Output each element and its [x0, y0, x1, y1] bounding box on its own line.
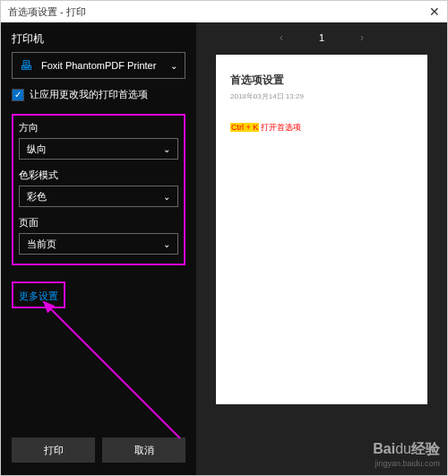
action-buttons: 打印 取消 — [12, 437, 185, 466]
page-select[interactable]: 当前页 ⌄ — [19, 233, 178, 255]
close-icon[interactable]: ✕ — [429, 4, 440, 19]
orientation-value: 纵向 — [27, 143, 47, 156]
watermark-text: Bai — [373, 441, 395, 456]
orientation-group: 方向 纵向 ⌄ — [19, 121, 178, 160]
titlebar: 首选项设置 - 打印 ✕ — [1, 1, 447, 22]
watermark-logo: Baidu经验 — [373, 440, 440, 459]
settings-panel: 打印机 🖶 Foxit PhantomPDF Printer ⌄ ✓ 让应用更改… — [1, 22, 196, 475]
printer-name: Foxit PhantomPDF Printer — [41, 60, 170, 71]
orientation-label: 方向 — [19, 121, 178, 134]
printer-icon: 🖶 — [20, 58, 32, 73]
cancel-button[interactable]: 取消 — [102, 437, 185, 463]
color-select[interactable]: 彩色 ⌄ — [19, 186, 178, 207]
preview-highlight-line: Ctrl + K打开首选项 — [230, 122, 301, 134]
page-group: 页面 当前页 ⌄ — [19, 216, 178, 255]
preview-shortcut-desc: 打开首选项 — [261, 123, 301, 132]
more-settings-link[interactable]: 更多设置 — [19, 290, 58, 301]
chevron-down-icon: ⌄ — [170, 61, 177, 71]
prev-page-button[interactable]: ‹ — [280, 31, 283, 44]
orientation-select[interactable]: 纵向 ⌄ — [19, 138, 178, 160]
printer-section-label: 打印机 — [12, 31, 185, 47]
checkbox-checked-icon[interactable]: ✓ — [12, 89, 24, 101]
print-button[interactable]: 打印 — [12, 437, 95, 463]
more-settings-highlight: 更多设置 — [12, 281, 65, 308]
page-navigator: ‹ 1 › — [205, 31, 438, 44]
chevron-down-icon: ⌄ — [163, 239, 170, 249]
annotation-arrow-icon — [37, 295, 198, 456]
chevron-down-icon: ⌄ — [163, 192, 170, 202]
highlighted-options: 方向 纵向 ⌄ 色彩模式 彩色 ⌄ 页面 当前页 — [12, 114, 185, 265]
printer-select[interactable]: 🖶 Foxit PhantomPDF Printer ⌄ — [12, 52, 185, 79]
print-dialog: 首选项设置 - 打印 ✕ 打印机 🖶 Foxit PhantomPDF Prin… — [0, 0, 448, 476]
preview-page: 首选项设置 2018年03月14日 13:29 Ctrl + K打开首选项 — [216, 55, 427, 404]
preview-shortcut: Ctrl + K — [230, 123, 259, 132]
svg-line-1 — [44, 302, 180, 438]
color-label: 色彩模式 — [19, 169, 178, 182]
watermark: Baidu经验 jingyan.baidu.com — [373, 440, 440, 468]
current-page-number: 1 — [319, 32, 324, 43]
content: 打印机 🖶 Foxit PhantomPDF Printer ⌄ ✓ 让应用更改… — [1, 22, 447, 475]
watermark-text: du — [395, 441, 411, 456]
next-page-button[interactable]: › — [360, 31, 364, 44]
preview-doc-date: 2018年03月14日 13:29 — [230, 91, 413, 101]
color-group: 色彩模式 彩色 ⌄ — [19, 169, 178, 207]
watermark-text: 经验 — [411, 441, 440, 456]
app-override-checkbox-row[interactable]: ✓ 让应用更改我的打印首选项 — [12, 88, 185, 101]
watermark-url: jingyan.baidu.com — [373, 459, 440, 468]
checkbox-label: 让应用更改我的打印首选项 — [30, 88, 148, 101]
chevron-down-icon: ⌄ — [163, 144, 170, 154]
color-value: 彩色 — [27, 190, 47, 203]
window-title: 首选项设置 - 打印 — [8, 5, 86, 19]
page-label: 页面 — [19, 216, 178, 229]
preview-doc-title: 首选项设置 — [230, 73, 413, 88]
preview-area: ‹ 1 › 首选项设置 2018年03月14日 13:29 Ctrl + K打开… — [196, 22, 447, 475]
page-value: 当前页 — [27, 238, 56, 251]
